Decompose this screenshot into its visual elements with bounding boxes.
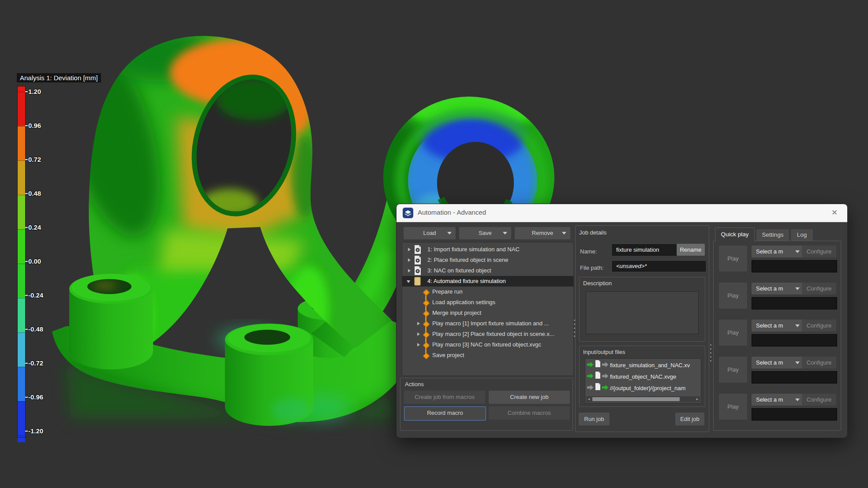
step-label: Merge input project bbox=[432, 308, 481, 318]
job-label: 4: Automated fixture simulation bbox=[427, 276, 506, 287]
create-new-job-button[interactable]: Create new job bbox=[489, 391, 570, 404]
configure-button[interactable]: Configure bbox=[802, 357, 836, 369]
legend-segment bbox=[18, 436, 25, 442]
play-button[interactable]: Play bbox=[719, 246, 747, 272]
macro-tree[interactable]: 1: Import fixture simulation and NAC2: P… bbox=[402, 242, 574, 376]
close-icon[interactable]: ✕ bbox=[828, 207, 841, 219]
tree-row[interactable]: Merge input project bbox=[402, 308, 573, 318]
macro-select-dropdown[interactable]: Select a m bbox=[752, 246, 804, 257]
tree-row[interactable]: 3: NAC on fixtured object bbox=[402, 265, 573, 276]
configure-button[interactable]: Configure bbox=[802, 394, 836, 406]
io-file-row[interactable]: fixture_simulation_and_NAC.xv bbox=[587, 360, 700, 371]
file-icon bbox=[595, 360, 601, 371]
job-name-input[interactable]: fixture simulation bbox=[612, 244, 677, 256]
configure-button[interactable]: Configure bbox=[802, 246, 836, 257]
macro-select-dropdown[interactable]: Select a m bbox=[752, 357, 804, 369]
play-button[interactable]: Play bbox=[719, 283, 747, 309]
step-node-icon bbox=[423, 289, 430, 296]
io-file-row[interactable]: //{output_folder}/{project_nam bbox=[587, 383, 700, 394]
legend-tick-label: -0.24 bbox=[28, 291, 55, 299]
legend-title: Analysis 1: Deviation [mm] bbox=[17, 73, 101, 82]
io-files-list[interactable]: ◄ ► fixture_simulation_and_NAC.xvfixture… bbox=[585, 358, 701, 403]
legend-segment bbox=[18, 86, 25, 92]
expander-icon[interactable] bbox=[417, 322, 420, 325]
load-button[interactable]: Load bbox=[404, 227, 456, 239]
io-file-row[interactable]: fixtured_object_NAC.xvge bbox=[587, 371, 700, 383]
tree-row[interactable]: 1: Import fixture simulation and NAC bbox=[402, 244, 573, 255]
legend-tick-mark bbox=[25, 329, 28, 330]
automation-dialog[interactable]: Automation - Advanced ✕ Load Save Remove… bbox=[396, 204, 848, 438]
expander-icon[interactable] bbox=[417, 343, 420, 346]
remove-button[interactable]: Remove bbox=[515, 227, 570, 239]
scroll-left-icon[interactable]: ◄ bbox=[586, 396, 591, 402]
macro-parameter-field[interactable] bbox=[752, 260, 837, 272]
play-button[interactable]: Play bbox=[719, 394, 747, 420]
import-arrow-icon bbox=[587, 383, 594, 394]
quick-play-panel: PlaySelect a mConfigurePlaySelect a mCon… bbox=[713, 241, 841, 431]
configure-button[interactable]: Configure bbox=[802, 320, 836, 332]
macro-parameter-field[interactable] bbox=[752, 334, 837, 346]
legend-color-bar bbox=[18, 86, 25, 437]
tree-row[interactable]: Save project bbox=[402, 350, 573, 361]
legend-segment bbox=[18, 401, 25, 436]
tree-row[interactable]: Play macro [3] NAC on fixtured object.xv… bbox=[402, 339, 573, 350]
scroll-right-icon[interactable]: ► bbox=[695, 396, 700, 402]
legend-tick-label: -1.20 bbox=[28, 427, 55, 435]
horizontal-scrollbar[interactable]: ◄ ► bbox=[586, 396, 700, 402]
tab-settings[interactable]: Settings bbox=[756, 229, 789, 241]
expander-icon[interactable] bbox=[408, 258, 411, 262]
tree-row-selected[interactable]: 4: Automated fixture simulation bbox=[402, 276, 573, 287]
tab-log[interactable]: Log bbox=[791, 229, 813, 241]
boss-2 bbox=[225, 324, 313, 426]
tree-row[interactable]: Prepare run bbox=[402, 287, 573, 297]
macro-select-dropdown[interactable]: Select a m bbox=[752, 320, 804, 332]
macro-label: 3: NAC on fixtured object bbox=[427, 265, 491, 276]
app-logo-icon bbox=[403, 208, 413, 218]
step-label: Prepare run bbox=[432, 287, 463, 297]
3d-viewport[interactable]: Analysis 1: Deviation [mm] 1.200.960.720… bbox=[0, 0, 868, 488]
macro-select-dropdown[interactable]: Select a m bbox=[752, 283, 804, 294]
rename-button[interactable]: Rename bbox=[677, 244, 705, 256]
edit-job-button[interactable]: Edit job bbox=[675, 413, 704, 425]
legend-tick-mark bbox=[25, 227, 28, 228]
create-job-from-macros-button[interactable]: Create job from macros bbox=[404, 391, 485, 404]
macro-parameter-field[interactable] bbox=[752, 297, 837, 309]
legend-tick-label: 0.48 bbox=[28, 190, 55, 197]
macro-parameter-field[interactable] bbox=[752, 408, 837, 421]
chevron-down-icon bbox=[795, 399, 800, 401]
play-button[interactable]: Play bbox=[719, 357, 747, 383]
legend-tick-label: 0.24 bbox=[28, 224, 55, 231]
expander-icon[interactable] bbox=[408, 248, 411, 251]
description-textarea[interactable] bbox=[586, 291, 699, 334]
tree-row[interactable]: Load application settings bbox=[402, 297, 573, 308]
tree-row[interactable]: Play macro [1] Import fixture simulation… bbox=[402, 318, 573, 329]
tab-quick-play[interactable]: Quick play bbox=[715, 227, 755, 242]
play-button[interactable]: Play bbox=[719, 320, 747, 346]
legend-segment bbox=[18, 264, 25, 298]
tree-row[interactable]: Play macro [2] Place fixtured object in … bbox=[402, 329, 573, 339]
chevron-down-icon bbox=[795, 287, 800, 290]
legend-tick-label: -0.48 bbox=[28, 325, 55, 333]
expanded-icon[interactable] bbox=[407, 280, 410, 283]
legend-tick-mark bbox=[25, 159, 28, 160]
import-arrow-icon bbox=[587, 360, 594, 371]
run-job-button[interactable]: Run job bbox=[579, 413, 610, 425]
file-path-input[interactable]: <unsaved>* bbox=[612, 261, 706, 272]
step-label: Play macro [1] Import fixture simulation… bbox=[432, 318, 549, 329]
save-button[interactable]: Save bbox=[459, 227, 511, 239]
macro-label: 2: Place fixtured object in scene bbox=[427, 255, 509, 265]
chevron-down-icon bbox=[795, 250, 800, 253]
step-node-icon bbox=[423, 352, 430, 359]
macro-select-dropdown[interactable]: Select a m bbox=[752, 394, 804, 406]
expander-icon[interactable] bbox=[408, 269, 411, 272]
job-details-title: Job details bbox=[579, 229, 606, 236]
macro-parameter-field[interactable] bbox=[752, 371, 837, 384]
expander-icon[interactable] bbox=[417, 332, 420, 336]
splitter-right[interactable] bbox=[710, 344, 711, 366]
dialog-titlebar[interactable]: Automation - Advanced ✕ bbox=[397, 204, 847, 222]
configure-button[interactable]: Configure bbox=[802, 283, 836, 294]
record-macro-button[interactable]: Record macro bbox=[404, 406, 486, 421]
scrollbar-thumb[interactable] bbox=[592, 397, 680, 401]
combine-macros-button[interactable]: Combine macros bbox=[489, 406, 570, 420]
tree-row[interactable]: 2: Place fixtured object in scene bbox=[402, 255, 573, 265]
